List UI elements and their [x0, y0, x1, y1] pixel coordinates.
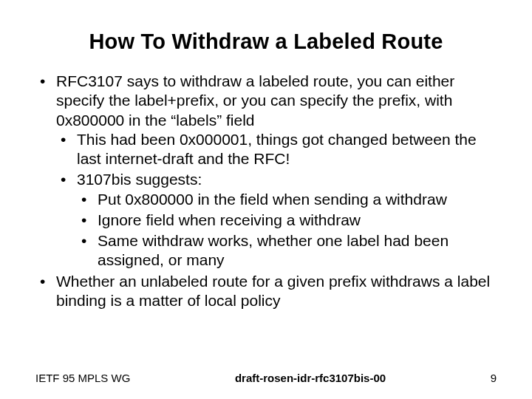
bullet-item: This had been 0x000001, things got chang…: [56, 130, 497, 169]
bullet-text: RFC3107 says to withdraw a labeled route…: [56, 72, 454, 129]
bullet-item: Put 0x800000 in the field when sending a…: [77, 190, 497, 209]
bullet-item: 3107bis suggests: Put 0x800000 in the fi…: [56, 170, 497, 270]
bullet-item: Ignore field when receiving a withdraw: [77, 211, 497, 230]
page-number: 9: [491, 372, 497, 384]
footer-center: draft-rosen-idr-rfc3107bis-00: [130, 372, 490, 384]
bullet-text: 3107bis suggests:: [77, 171, 202, 188]
bullet-text: Whether an unlabeled route for a given p…: [56, 273, 490, 309]
bullet-list: RFC3107 says to withdraw a labeled route…: [35, 72, 497, 310]
bullet-list: Put 0x800000 in the field when sending a…: [77, 190, 497, 270]
bullet-text: Same withdraw works, whether one label h…: [98, 232, 449, 268]
slide-title: How To Withdraw a Labeled Route: [35, 30, 497, 54]
bullet-text: Put 0x800000 in the field when sending a…: [98, 191, 447, 208]
bullet-text: This had been 0x000001, things got chang…: [77, 131, 477, 167]
slide-body: RFC3107 says to withdraw a labeled route…: [35, 72, 497, 310]
slide-footer: IETF 95 MPLS WG draft-rosen-idr-rfc3107b…: [0, 372, 532, 384]
slide: How To Withdraw a Labeled Route RFC3107 …: [0, 0, 532, 399]
bullet-item: Whether an unlabeled route for a given p…: [35, 272, 497, 311]
footer-left: IETF 95 MPLS WG: [35, 372, 130, 384]
bullet-list: This had been 0x000001, things got chang…: [56, 130, 497, 270]
bullet-text: Ignore field when receiving a withdraw: [98, 211, 361, 228]
bullet-item: Same withdraw works, whether one label h…: [77, 231, 497, 270]
bullet-item: RFC3107 says to withdraw a labeled route…: [35, 72, 497, 270]
